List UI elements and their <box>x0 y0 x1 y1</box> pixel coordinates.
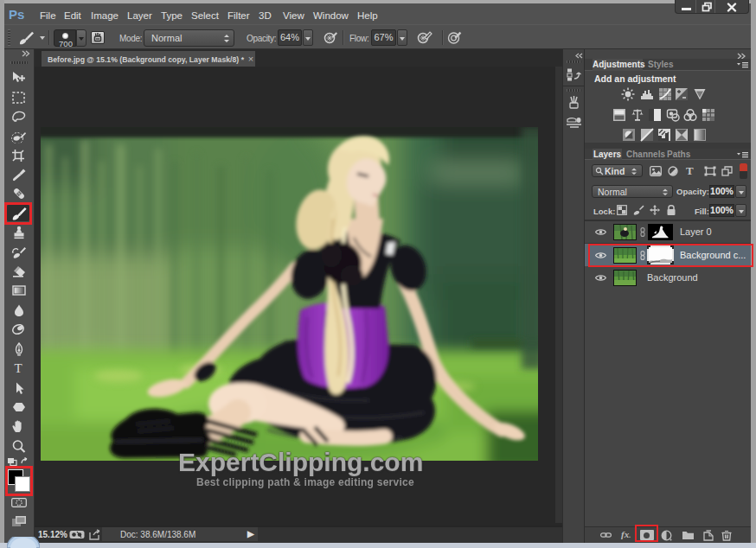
svg-text:T: T <box>15 361 22 375</box>
